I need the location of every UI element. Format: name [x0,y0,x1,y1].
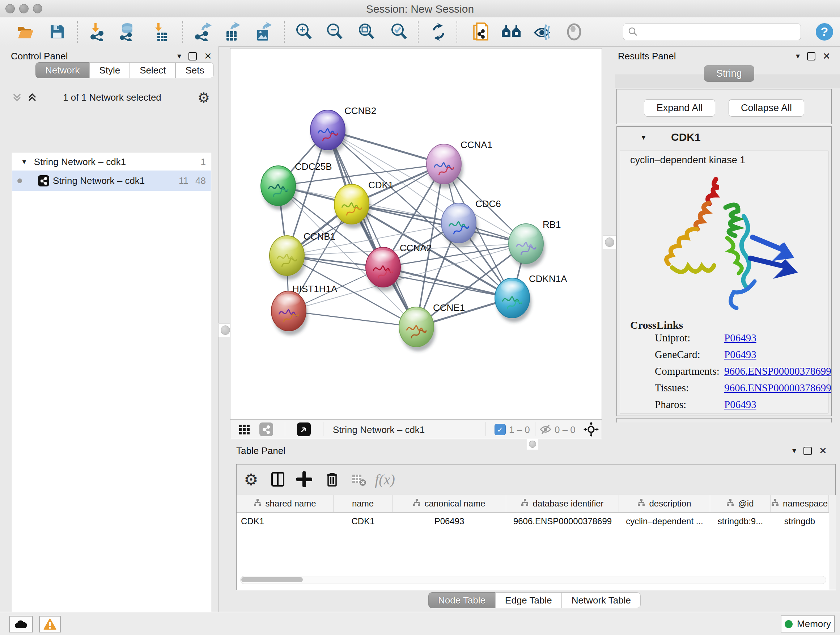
table-row[interactable]: CDK1CDK1P064939606.ENSP00000378699cyclin… [237,513,829,530]
fit-selected-crosshair-icon[interactable] [584,422,599,439]
shared-column-icon [521,499,529,509]
collapse-all-icon[interactable] [11,91,23,105]
grid-view-icon[interactable] [238,423,251,437]
network-collection-row[interactable]: ▼ String Network – cdk1 1 [12,153,211,171]
add-column-icon[interactable] [293,468,316,491]
float-panel-icon[interactable] [804,447,812,455]
node-label-RB1: RB1 [543,219,561,230]
crosslink-label: Pharos: [655,399,686,410]
string-home-icon[interactable] [501,22,521,42]
column-header-database-identifier[interactable]: database identifier [506,495,619,512]
hide-eye-icon[interactable] [532,22,553,42]
selected-counts: 1 – 0 [509,424,530,435]
zoom-selected-icon[interactable] [389,22,409,42]
close-panel-icon[interactable]: ✕ [823,51,831,61]
memory-button[interactable]: Memory [781,616,835,632]
column-header-description[interactable]: description [619,495,710,512]
table-settings-gear-icon[interactable]: ⚙ [240,468,263,491]
table-cell[interactable]: 9606.ENSP00000378699 [506,513,619,530]
string-network-icon [38,175,49,187]
import-network-file-icon[interactable] [88,22,108,42]
save-session-icon[interactable] [47,22,67,42]
zoom-out-icon[interactable] [325,22,345,42]
table-panel-title: Table Panel [236,445,286,456]
import-table-file-icon[interactable] [151,22,171,42]
crosslink-link[interactable]: P06493 [724,348,756,361]
node-label-CDC25B: CDC25B [295,161,332,172]
memory-status-icon [785,620,793,628]
collapse-panel-icon[interactable]: ▾ [796,52,800,60]
selected-checkbox-icon[interactable]: ✓ [494,424,506,435]
edge-CDK1-RB1[interactable] [352,204,526,244]
table-vertical-scrollbar[interactable] [829,495,836,590]
zoom-fit-icon[interactable] [356,22,377,42]
crosslink-link[interactable]: 9606.ENSP00000378699 [724,382,831,394]
export-network-icon[interactable] [193,22,213,42]
network-row-selected[interactable]: String Network – cdk1 11 48 [12,171,211,191]
scrollbar-thumb[interactable] [241,577,303,582]
expand-all-icon[interactable] [26,91,38,105]
collapse-all-button[interactable]: Collapse All [729,99,804,117]
float-panel-icon[interactable] [188,52,197,60]
network-options-gear-icon[interactable]: ⚙ [197,90,210,106]
crosslink-link[interactable]: P06493 [724,399,756,410]
column-header-namespace[interactable]: namespace [771,495,829,512]
table-cell[interactable]: cyclin–dependent ... [619,513,710,530]
help-icon[interactable]: ? [814,22,835,42]
open-in-window-icon[interactable] [297,423,311,436]
tab-network[interactable]: Network [35,62,89,78]
table-cell[interactable]: stringdb [771,513,829,530]
export-table-icon[interactable] [221,22,242,42]
share-document-icon[interactable] [471,22,491,42]
refresh-icon[interactable] [428,22,448,42]
close-panel-icon[interactable]: ✕ [204,51,212,61]
tab-style[interactable]: Style [89,62,130,78]
crosslink-link[interactable]: P06493 [724,332,756,344]
show-columns-icon[interactable] [266,468,289,491]
search-icon [628,27,638,37]
table-cell[interactable]: CDK1 [237,513,333,530]
string-network-graph[interactable]: CCNB2CCNA1CDC25BCDK1CDC6RB1CCNB1CCNA2CDK… [231,49,602,420]
export-image-icon[interactable] [253,22,273,42]
float-panel-icon[interactable] [807,52,815,60]
tab-sets[interactable]: Sets [175,62,214,78]
crosslink-label: Uniprot: [655,332,690,344]
collapse-panel-icon[interactable]: ▾ [177,52,181,60]
column-header-name[interactable]: name [333,495,393,512]
table-cell[interactable]: stringdb:9... [710,513,771,530]
table-header-row[interactable]: shared namenamecanonical namedatabase id… [237,495,829,513]
delete-column-icon[interactable] [321,468,344,491]
network-overview-share-icon[interactable] [259,423,273,436]
right-splitter-handle[interactable] [603,235,616,249]
zoom-in-icon[interactable] [294,22,314,42]
network-canvas[interactable]: CCNB2CCNA1CDC25BCDK1CDC6RB1CCNB1CCNA2CDK… [230,48,602,420]
column-header--id[interactable]: @id [710,495,771,512]
open-session-icon[interactable] [15,22,35,42]
edge-HIST1H1A-CCNE1[interactable] [289,311,416,327]
close-panel-icon[interactable]: ✕ [819,446,827,455]
column-header-shared-name[interactable]: shared name [237,495,333,512]
table-horizontal-scrollbar[interactable] [240,576,826,584]
collapse-panel-icon[interactable]: ▾ [792,447,796,455]
crosslink-link[interactable]: 9606.ENSP00000378699 [724,365,831,377]
table-cell[interactable]: P06493 [393,513,506,530]
tree-expander-icon[interactable]: ▼ [21,158,27,166]
expand-all-button[interactable]: Expand All [644,99,715,117]
network-selected-status: 1 of 1 Network selected [54,92,170,103]
import-network-database-icon[interactable] [117,22,137,42]
warning-button[interactable] [39,616,61,632]
column-header-canonical-name[interactable]: canonical name [393,495,506,512]
tab-select[interactable]: Select [130,62,175,78]
search-input[interactable] [641,27,801,37]
tab-edge-table[interactable]: Edge Table [495,592,562,608]
cloud-button[interactable] [9,616,33,632]
tab-string[interactable]: String [704,65,754,82]
birdseye-icon[interactable] [564,22,584,42]
tab-network-table[interactable]: Network Table [562,592,641,608]
tab-node-table[interactable]: Node Table [428,592,495,608]
search-field[interactable] [623,24,801,40]
edge-CCNB2-CCNE1[interactable] [328,130,416,327]
card-expander-icon[interactable]: ▼ [640,134,647,141]
table-cell[interactable]: CDK1 [333,513,393,530]
node-label-HIST1H1A: HIST1H1A [292,283,338,295]
